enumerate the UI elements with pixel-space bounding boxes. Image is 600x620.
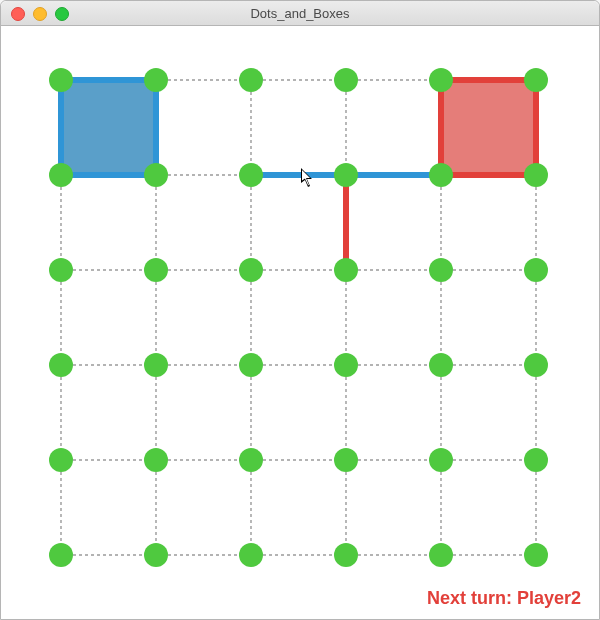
- grid-dot: [144, 353, 168, 377]
- grid-dot: [334, 543, 358, 567]
- board-svg[interactable]: [1, 25, 599, 619]
- grid-dot: [144, 448, 168, 472]
- grid-dot: [239, 448, 263, 472]
- grid-dot: [49, 68, 73, 92]
- grid-dot: [524, 353, 548, 377]
- grid-dot: [239, 353, 263, 377]
- grid-dot: [49, 163, 73, 187]
- grid-dot: [429, 258, 453, 282]
- grid-dot: [334, 353, 358, 377]
- grid-dot: [239, 543, 263, 567]
- grid-dot: [144, 258, 168, 282]
- grid-dot: [49, 353, 73, 377]
- traffic-lights: [11, 7, 69, 21]
- grid-dot: [334, 68, 358, 92]
- grid-dot: [524, 258, 548, 282]
- grid-dot: [429, 448, 453, 472]
- claimed-box: [441, 80, 536, 175]
- grid-dot: [49, 258, 73, 282]
- grid-dot: [334, 448, 358, 472]
- grid-dot: [334, 163, 358, 187]
- grid-dot: [144, 68, 168, 92]
- grid-dot: [239, 258, 263, 282]
- grid-dot: [429, 353, 453, 377]
- grid-dot: [144, 163, 168, 187]
- game-canvas[interactable]: Next turn: Player2: [1, 25, 599, 619]
- grid-dot: [49, 448, 73, 472]
- grid-dot: [144, 543, 168, 567]
- window-title: Dots_and_Boxes: [1, 6, 599, 21]
- grid-dot: [49, 543, 73, 567]
- grid-dot: [239, 68, 263, 92]
- close-icon[interactable]: [11, 7, 25, 21]
- grid-dot: [429, 68, 453, 92]
- grid-dot: [429, 543, 453, 567]
- zoom-icon[interactable]: [55, 7, 69, 21]
- app-window: Dots_and_Boxes Next turn: Player2: [0, 0, 600, 620]
- grid-dot: [524, 448, 548, 472]
- minimize-icon[interactable]: [33, 7, 47, 21]
- grid-dot: [524, 68, 548, 92]
- status-label: Next turn: Player2: [427, 588, 581, 609]
- grid-dot: [239, 163, 263, 187]
- grid-dot: [334, 258, 358, 282]
- grid-dot: [524, 163, 548, 187]
- grid-dot: [429, 163, 453, 187]
- claimed-box: [61, 80, 156, 175]
- grid-dot: [524, 543, 548, 567]
- title-bar: Dots_and_Boxes: [1, 1, 599, 26]
